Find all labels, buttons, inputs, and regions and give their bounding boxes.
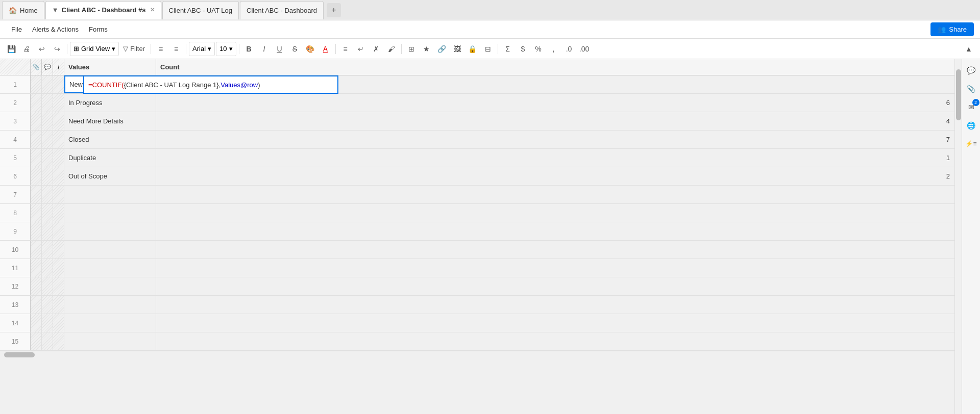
sidebar-attachment-button[interactable]: 📎 bbox=[964, 82, 978, 96]
corner-header bbox=[0, 59, 31, 75]
link-button[interactable]: 🔗 bbox=[435, 42, 449, 56]
menu-forms[interactable]: Forms bbox=[84, 23, 113, 35]
cell-count-8[interactable] bbox=[156, 204, 962, 222]
tab-dashboard[interactable]: Client ABC - Dashboard bbox=[240, 1, 324, 19]
tab-uat-log[interactable]: Client ABC - UAT Log bbox=[162, 1, 239, 19]
redo-button[interactable]: ↪ bbox=[50, 42, 64, 56]
menu-alerts[interactable]: Alerts & Actions bbox=[27, 23, 84, 35]
italic-button[interactable]: I bbox=[257, 42, 272, 56]
font-color-button[interactable]: A bbox=[318, 42, 333, 56]
cell-values-11[interactable] bbox=[64, 259, 156, 277]
menu-file[interactable]: File bbox=[6, 23, 27, 35]
row-info-2 bbox=[53, 94, 64, 112]
decimal-increase-button[interactable]: .00 bbox=[577, 42, 592, 56]
fill-color-button[interactable]: 🎨 bbox=[303, 42, 317, 56]
row-number-14: 14 bbox=[0, 314, 31, 332]
align-right-button[interactable]: ≡ bbox=[169, 42, 183, 56]
cell-values-5[interactable]: Duplicate bbox=[64, 149, 156, 167]
decimal-decrease-button[interactable]: .0 bbox=[562, 42, 576, 56]
cell-values-12[interactable] bbox=[64, 277, 156, 295]
table-row: 6 Out of Scope 2 ◀ bbox=[0, 167, 962, 186]
grid-view-dropdown[interactable]: ⊞ Grid View ▾ bbox=[70, 42, 119, 56]
cell-count-12[interactable] bbox=[156, 277, 962, 295]
cell-count-13[interactable] bbox=[156, 296, 962, 314]
row-comment-1 bbox=[42, 75, 53, 93]
save-button[interactable]: 💾 bbox=[4, 42, 18, 56]
tab-dashboard-s[interactable]: ▼ Client ABC - Dashboard #s ✕ bbox=[45, 1, 161, 19]
cell-values-7[interactable] bbox=[64, 186, 156, 203]
data-rows: 1 New =COUNTIF({Client ABC - UAT Log Ran… bbox=[0, 75, 962, 351]
cell-values-10[interactable] bbox=[64, 241, 156, 258]
lock-button[interactable]: 🔒 bbox=[465, 42, 480, 56]
cell-values-13[interactable] bbox=[64, 296, 156, 314]
cell-values-15[interactable] bbox=[64, 332, 156, 350]
cell-values-9[interactable] bbox=[64, 222, 156, 240]
font-dropdown[interactable]: Arial ▾ bbox=[189, 42, 215, 56]
cell-count-10[interactable] bbox=[156, 241, 962, 258]
highlight-button[interactable]: ★ bbox=[420, 42, 434, 56]
sidebar-email-button[interactable]: ✉ 2 bbox=[964, 100, 978, 114]
percent-button[interactable]: % bbox=[531, 42, 546, 56]
cell-count-2[interactable]: 6 ◀ bbox=[156, 94, 962, 112]
wrap-button[interactable]: ↵ bbox=[354, 42, 368, 56]
tab-home[interactable]: 🏠 Home bbox=[2, 1, 44, 19]
horizontal-scroll-thumb[interactable] bbox=[4, 352, 35, 357]
cell-count-4[interactable]: 7 ◀ bbox=[156, 131, 962, 148]
column-headers: 📎 💬 i Values Count bbox=[0, 59, 962, 75]
cell-count-14[interactable] bbox=[156, 314, 962, 332]
format-painter-button[interactable]: 🖌 bbox=[384, 42, 399, 56]
row-number-1: 1 bbox=[0, 75, 31, 93]
filter-button[interactable]: ▽ Filter bbox=[120, 42, 148, 56]
count-column-header[interactable]: Count bbox=[156, 59, 962, 75]
grid-icon: ⊞ bbox=[74, 45, 79, 53]
share-button[interactable]: 👥 Share bbox=[930, 22, 974, 36]
cell-count-15[interactable] bbox=[156, 332, 962, 350]
toolbar-separator-4 bbox=[239, 44, 239, 54]
cell-values-8[interactable] bbox=[64, 204, 156, 222]
underline-button[interactable]: U bbox=[273, 42, 287, 56]
comma-button[interactable]: , bbox=[547, 42, 561, 56]
cell-values-4[interactable]: Closed bbox=[64, 131, 156, 148]
collapse-button[interactable]: ▲ bbox=[962, 42, 976, 56]
sidebar-globe-button[interactable]: 🌐 bbox=[964, 118, 978, 133]
cell-values-3[interactable]: Need More Details bbox=[64, 112, 156, 130]
cell-count-3[interactable]: 4 ◀ bbox=[156, 112, 962, 130]
formula-overlay[interactable]: =COUNTIF({Client ABC - UAT Log Range 1},… bbox=[83, 75, 338, 94]
table-button[interactable]: ⊞ bbox=[404, 42, 419, 56]
row-number-12: 12 bbox=[0, 277, 31, 295]
columns-button[interactable]: ⊟ bbox=[481, 42, 495, 56]
print-button[interactable]: 🖨 bbox=[19, 42, 34, 56]
sidebar-comment-button[interactable]: 💬 bbox=[964, 63, 978, 77]
bold-button[interactable]: B bbox=[242, 42, 256, 56]
row-attach-2 bbox=[31, 94, 42, 112]
align-text-button[interactable]: ≡ bbox=[338, 42, 353, 56]
font-size-dropdown[interactable]: 10 ▾ bbox=[216, 42, 236, 56]
cell-count-5[interactable]: 1 ◀ bbox=[156, 149, 962, 167]
image-button[interactable]: 🖼 bbox=[450, 42, 464, 56]
row-attach-3 bbox=[31, 112, 42, 130]
sum-button[interactable]: Σ bbox=[501, 42, 515, 56]
cell-count-7[interactable] bbox=[156, 186, 962, 203]
values-column-header[interactable]: Values bbox=[64, 59, 156, 75]
cell-values-14[interactable] bbox=[64, 314, 156, 332]
tab-close-button[interactable]: ✕ bbox=[150, 7, 155, 13]
cell-count-11[interactable] bbox=[156, 259, 962, 277]
strikethrough-button[interactable]: S bbox=[288, 42, 302, 56]
vertical-scrollbar[interactable] bbox=[954, 59, 962, 414]
undo-button[interactable]: ↩ bbox=[35, 42, 49, 56]
row-comment-4 bbox=[42, 131, 53, 148]
table-row: 7 bbox=[0, 186, 962, 204]
cell-values-2[interactable]: In Progress bbox=[64, 94, 156, 112]
clear-button[interactable]: ✗ bbox=[369, 42, 383, 56]
cell-count-9[interactable] bbox=[156, 222, 962, 240]
sidebar-ai-button[interactable]: ⚡≡ bbox=[964, 137, 978, 151]
table-row: 8 bbox=[0, 204, 962, 222]
align-left-button[interactable]: ≡ bbox=[154, 42, 168, 56]
cell-count-6[interactable]: 2 ◀ bbox=[156, 167, 962, 185]
cell-values-6[interactable]: Out of Scope bbox=[64, 167, 156, 185]
add-tab-button[interactable]: + bbox=[327, 3, 341, 17]
currency-button[interactable]: $ bbox=[516, 42, 530, 56]
horizontal-scrollbar[interactable] bbox=[0, 351, 962, 358]
vertical-scroll-thumb[interactable] bbox=[956, 69, 961, 120]
attachment-sidebar-icon: 📎 bbox=[967, 85, 975, 93]
